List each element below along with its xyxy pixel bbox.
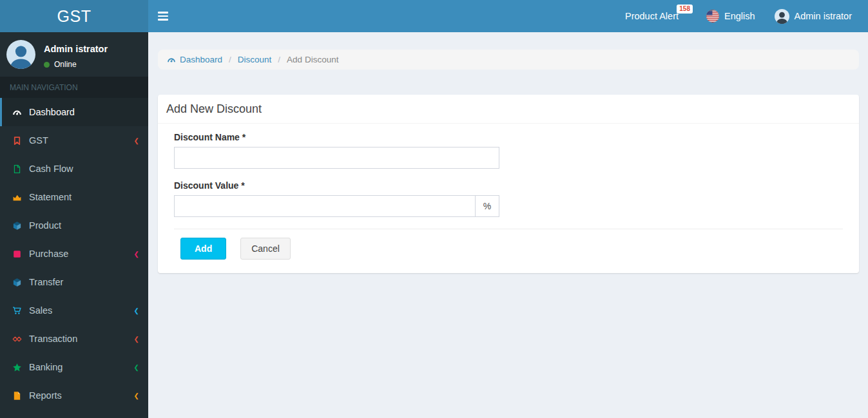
chevron-left-icon: ❮ [134, 364, 139, 371]
sidebar-item-dashboard[interactable]: Dashboard [0, 98, 148, 126]
breadcrumb-current: Add Discount [287, 55, 338, 64]
user-menu[interactable]: Admin istrator [765, 0, 862, 32]
sidebar-item-label: Product [29, 220, 61, 231]
breadcrumb: Dashboard / Discount / Add Discount [158, 50, 859, 70]
user-panel-text: Admin istrator Online [44, 40, 108, 69]
hamburger-bar [158, 15, 168, 17]
sidebar-item-label: Banking [29, 362, 63, 372]
top-navbar: GST Product Alert 158 [0, 0, 868, 32]
sidebar-item-label: Purchase [29, 249, 68, 259]
sidebar-item-label: Cash Flow [29, 164, 73, 174]
breadcrumb-separator: / [278, 55, 280, 64]
file-icon [10, 391, 24, 401]
bookmark-icon [10, 136, 24, 146]
sidebar-item-label: Sales [29, 305, 52, 316]
add-button[interactable]: Add [180, 238, 226, 260]
chevron-left-icon: ❮ [134, 336, 139, 343]
sidebar-menu: Dashboard GST ❮ Cash Flow [0, 98, 148, 410]
us-flag-icon [706, 10, 719, 23]
user-avatar-icon [775, 9, 789, 24]
sidebar-item-transfer[interactable]: Transfer [0, 268, 148, 296]
language-selector[interactable]: English [697, 0, 765, 32]
online-status-icon [44, 62, 50, 68]
navbar: Product Alert 158 [148, 0, 868, 32]
gg-diamonds-icon [10, 334, 24, 344]
sidebar-item-product[interactable]: Product [0, 211, 148, 240]
form-divider [174, 229, 843, 229]
discount-name-input[interactable] [174, 147, 499, 169]
hamburger-menu-icon[interactable] [148, 0, 178, 32]
discount-value-input[interactable] [174, 195, 476, 217]
product-alert-count-badge: 158 [677, 5, 693, 14]
product-alert-label: Product Alert [625, 11, 679, 21]
sidebar-item-label: Dashboard [29, 107, 75, 117]
sidebar-item-label: Statement [29, 192, 72, 202]
chevron-left-icon: ❮ [134, 307, 139, 314]
breadcrumb-dashboard-link[interactable]: Dashboard [167, 55, 222, 64]
sidebar-item-banking[interactable]: Banking ❮ [0, 353, 148, 381]
chevron-left-icon: ❮ [134, 251, 139, 258]
sidebar-item-label: Transfer [29, 277, 63, 287]
cancel-button[interactable]: Cancel [240, 238, 291, 260]
discount-value-group: Discount Value * % [174, 180, 843, 217]
hamburger-bar [158, 19, 168, 21]
sidebar-item-label: Transaction [29, 334, 77, 344]
chevron-left-icon: ❮ [134, 392, 139, 399]
breadcrumb-label: Discount [238, 55, 272, 64]
card-body: Discount Name * Discount Value * % Add C… [158, 124, 859, 273]
language-label: English [724, 11, 755, 21]
card-title: Add New Discount [166, 102, 851, 116]
app-logo-text: GST [57, 7, 92, 26]
sidebar-item-sales[interactable]: Sales ❮ [0, 296, 148, 325]
area-chart-icon [10, 193, 24, 202]
product-alert-link[interactable]: Product Alert 158 [615, 0, 697, 32]
app-logo[interactable]: GST [0, 0, 148, 32]
breadcrumb-separator: / [229, 55, 231, 64]
percent-addon: % [475, 195, 499, 217]
cube-icon [10, 221, 24, 231]
user-panel-name: Admin istrator [44, 44, 108, 54]
sidebar-item-label: GST [29, 135, 48, 146]
square-icon [10, 249, 24, 259]
sidebar-item-statement[interactable]: Statement [0, 183, 148, 211]
sidebar: Admin istrator Online MAIN NAVIGATION Da… [0, 32, 148, 418]
cart-icon [10, 306, 24, 316]
breadcrumb-label: Dashboard [180, 55, 222, 64]
form-actions: Add Cancel [174, 238, 843, 260]
breadcrumb-discount-link[interactable]: Discount [238, 55, 272, 64]
sidebar-item-reports[interactable]: Reports ❮ [0, 381, 148, 410]
chevron-left-icon: ❮ [134, 137, 139, 144]
user-panel-status: Online [44, 60, 108, 69]
sidebar-item-cash-flow[interactable]: Cash Flow [0, 155, 148, 183]
discount-name-group: Discount Name * [174, 132, 843, 169]
sidebar-item-gst[interactable]: GST ❮ [0, 126, 148, 155]
card-header: Add New Discount [158, 95, 859, 124]
file-outline-icon [10, 164, 24, 174]
sidebar-item-purchase[interactable]: Purchase ❮ [0, 240, 148, 268]
sidebar-item-label: Reports [29, 390, 62, 401]
sidebar-nav-header: MAIN NAVIGATION [0, 77, 148, 98]
sidebar-item-transaction[interactable]: Transaction ❮ [0, 325, 148, 353]
dashboard-icon [167, 55, 176, 64]
discount-value-label: Discount Value * [174, 180, 843, 191]
add-discount-card: Add New Discount Discount Name * Discoun… [158, 95, 859, 273]
star-icon [10, 363, 24, 372]
discount-value-input-group: % [174, 195, 499, 217]
discount-name-label: Discount Name * [174, 132, 843, 142]
user-avatar[interactable] [6, 40, 35, 69]
navbar-right: Product Alert 158 [615, 0, 868, 32]
main-content: Dashboard / Discount / Add Discount Add … [148, 32, 868, 418]
online-status-label: Online [54, 60, 77, 69]
sidebar-user-panel: Admin istrator Online [0, 32, 148, 77]
hamburger-bar [158, 12, 168, 14]
cube-icon [10, 278, 24, 287]
dashboard-icon [10, 108, 24, 117]
user-menu-label: Admin istrator [795, 11, 852, 21]
